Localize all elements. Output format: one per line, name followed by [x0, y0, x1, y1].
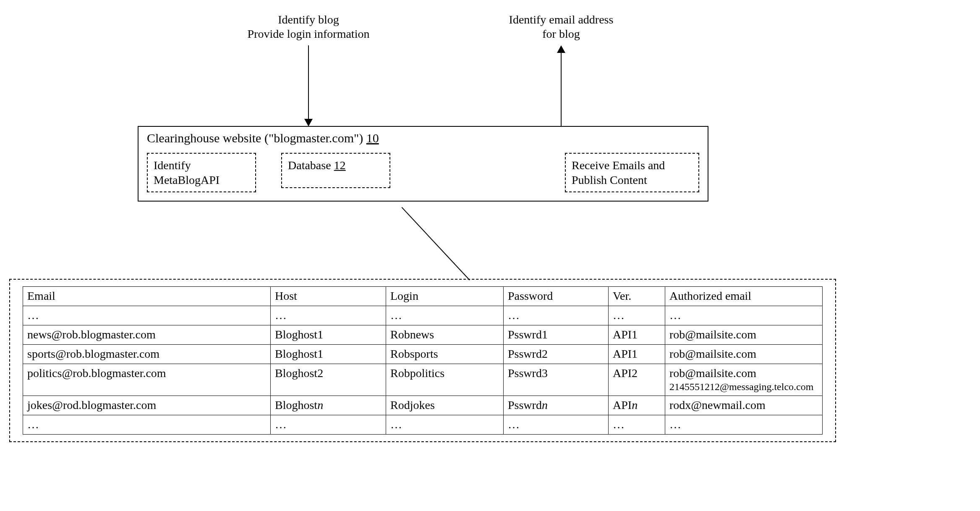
- cell-ver-suffix: n: [632, 398, 638, 411]
- box3-l2: Publish Content: [572, 173, 693, 187]
- cell-email: news@rob.blogmaster.com: [23, 325, 271, 345]
- database-table-container: Email Host Login Password Ver. Authorize…: [9, 279, 836, 442]
- cell-ellipsis: …: [23, 415, 271, 435]
- cell-ellipsis: …: [504, 415, 609, 435]
- box3-l1: Receive Emails and: [572, 158, 693, 173]
- cell-host: Bloghost2: [271, 364, 386, 396]
- table-header-row: Email Host Login Password Ver. Authorize…: [23, 287, 823, 306]
- box1-l2: MetaBlogAPI: [154, 173, 249, 187]
- cell-pw-suffix: n: [542, 398, 548, 411]
- label-identify-blog: Identify blog Provide login information: [248, 13, 370, 41]
- cell-auth-line2: 2145551212@messaging.telco.com: [669, 380, 818, 393]
- box2-text: Database: [288, 159, 334, 172]
- table-row: sports@rob.blogmaster.com Bloghost1 Robs…: [23, 345, 823, 364]
- cell-host-prefix: Bloghost: [275, 398, 317, 411]
- col-auth: Authorized email: [665, 287, 823, 306]
- table-row: politics@rob.blogmaster.com Bloghost2 Ro…: [23, 364, 823, 396]
- cell-ellipsis: …: [386, 415, 504, 435]
- cell-ellipsis: …: [609, 306, 665, 325]
- col-ver: Ver.: [609, 287, 665, 306]
- cell-login: Robnews: [386, 325, 504, 345]
- cell-host: Bloghost1: [271, 345, 386, 364]
- label-identify-blog-l1: Identify blog: [248, 13, 370, 27]
- cell-host: Bloghost1: [271, 325, 386, 345]
- clearinghouse-inner-row: Identify MetaBlogAPI Database 12 Receive…: [147, 153, 699, 192]
- clearinghouse-title: Clearinghouse website ("blogmaster.com")…: [147, 131, 699, 145]
- callout-line-database-to-table: [402, 207, 470, 280]
- cell-auth: rob@mailsite.com: [665, 325, 823, 345]
- cell-password: Psswrd3: [504, 364, 609, 396]
- cell-auth-line1: rob@mailsite.com: [669, 366, 818, 380]
- cell-email: politics@rob.blogmaster.com: [23, 364, 271, 396]
- cell-ver: API1: [609, 325, 665, 345]
- table-row: jokes@rod.blogmaster.com Bloghostn Rodjo…: [23, 396, 823, 415]
- cell-login: Rodjokes: [386, 396, 504, 415]
- clearinghouse-box: Clearinghouse website ("blogmaster.com")…: [138, 126, 708, 202]
- label-identify-email: Identify email address for blog: [509, 13, 614, 41]
- database-table: Email Host Login Password Ver. Authorize…: [23, 286, 823, 435]
- cell-ellipsis: …: [271, 415, 386, 435]
- cell-login: Robsports: [386, 345, 504, 364]
- box-identify-metablogapi: Identify MetaBlogAPI: [147, 153, 256, 192]
- box-database: Database 12: [281, 153, 390, 188]
- box1-l1: Identify: [154, 158, 249, 173]
- cell-password: Psswrd1: [504, 325, 609, 345]
- diagram-canvas: Identify blog Provide login information …: [0, 0, 980, 511]
- cell-ellipsis: …: [665, 415, 823, 435]
- cell-ellipsis: …: [386, 306, 504, 325]
- cell-login: Robpolitics: [386, 364, 504, 396]
- cell-auth: rodx@newmail.com: [665, 396, 823, 415]
- table-row-ellipsis-bottom: … … … … … …: [23, 415, 823, 435]
- label-identify-blog-l2: Provide login information: [248, 27, 370, 41]
- cell-ellipsis: …: [271, 306, 386, 325]
- cell-host-suffix: n: [317, 398, 323, 411]
- cell-auth: rob@mailsite.com 2145551212@messaging.te…: [665, 364, 823, 396]
- cell-ver: API2: [609, 364, 665, 396]
- cell-ellipsis: …: [504, 306, 609, 325]
- cell-email: sports@rob.blogmaster.com: [23, 345, 271, 364]
- cell-ellipsis: …: [609, 415, 665, 435]
- cell-email: jokes@rod.blogmaster.com: [23, 396, 271, 415]
- cell-password: Psswrdn: [504, 396, 609, 415]
- box2-ref: 12: [334, 159, 346, 172]
- col-host: Host: [271, 287, 386, 306]
- label-identify-email-l1: Identify email address: [509, 13, 614, 27]
- cell-auth: rob@mailsite.com: [665, 345, 823, 364]
- box-receive-publish: Receive Emails and Publish Content: [565, 153, 699, 192]
- col-login: Login: [386, 287, 504, 306]
- label-identify-email-l2: for blog: [509, 27, 614, 41]
- cell-ver-prefix: API: [613, 398, 632, 411]
- col-email: Email: [23, 287, 271, 306]
- col-password: Password: [504, 287, 609, 306]
- cell-host: Bloghostn: [271, 396, 386, 415]
- clearinghouse-title-text: Clearinghouse website ("blogmaster.com"): [147, 131, 366, 145]
- cell-ellipsis: …: [665, 306, 823, 325]
- table-row-ellipsis-top: … … … … … …: [23, 306, 823, 325]
- cell-ver: API1: [609, 345, 665, 364]
- clearinghouse-ref-10: 10: [366, 131, 379, 145]
- cell-ellipsis: …: [23, 306, 271, 325]
- table-row: news@rob.blogmaster.com Bloghost1 Robnew…: [23, 325, 823, 345]
- cell-ver: APIn: [609, 396, 665, 415]
- cell-password: Psswrd2: [504, 345, 609, 364]
- cell-pw-prefix: Psswrd: [508, 398, 542, 411]
